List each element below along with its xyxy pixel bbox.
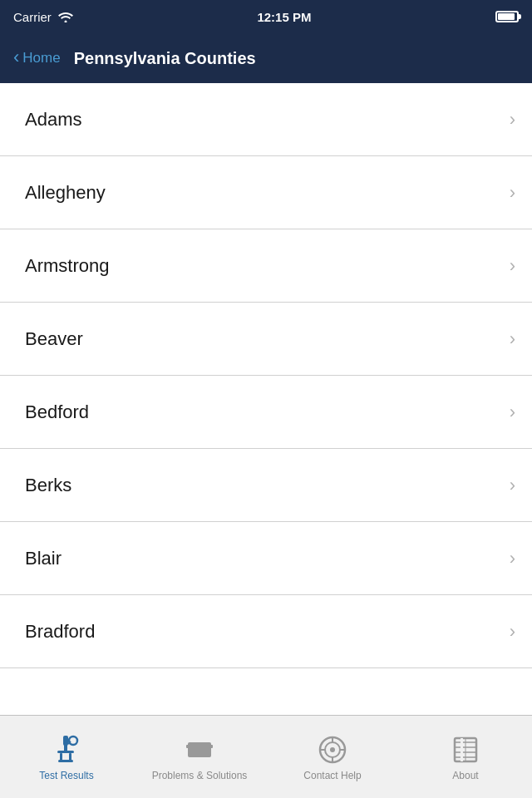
status-battery (495, 11, 519, 22)
status-bar: Carrier 12:15 PM (0, 0, 532, 33)
list-item-chevron-icon: › (510, 182, 515, 204)
list-item[interactable]: Blair › (0, 522, 532, 595)
list-item[interactable]: Berks › (0, 449, 532, 522)
nav-bar: ‹ Home Pennsylvania Counties (0, 33, 532, 83)
tab-contact-help-label: Contact Help (303, 770, 361, 781)
status-time: 12:15 PM (257, 10, 311, 24)
svg-rect-2 (57, 751, 74, 753)
svg-point-6 (69, 736, 77, 745)
list-item-label: Bradford (25, 621, 95, 643)
list-item-label: Bedford (25, 401, 89, 423)
county-list: Adams › Allegheny › Armstrong › Beaver ›… (0, 83, 532, 715)
page-title: Pennsylvania Counties (74, 49, 256, 68)
problems-icon (183, 733, 216, 766)
back-label: Home (22, 50, 60, 66)
wifi-icon (58, 11, 73, 22)
svg-rect-23 (461, 738, 463, 761)
battery-icon (495, 11, 519, 22)
list-item[interactable]: Allegheny › (0, 156, 532, 229)
list-item-label: Armstrong (25, 255, 109, 277)
status-carrier: Carrier (13, 10, 73, 24)
list-item-label: Allegheny (25, 182, 106, 204)
tab-problems-solutions[interactable]: Problems & Solutions (133, 716, 266, 798)
microscope-icon (50, 733, 83, 766)
tab-about-label: About (452, 770, 478, 781)
list-item-label: Beaver (25, 328, 83, 350)
list-item[interactable]: Adams › (0, 83, 532, 156)
list-item-chevron-icon: › (510, 401, 515, 423)
back-button[interactable]: ‹ Home (13, 50, 61, 66)
contact-icon (316, 733, 349, 766)
svg-rect-1 (64, 745, 67, 751)
tab-test-results[interactable]: Test Results (0, 716, 133, 798)
list-item-chevron-icon: › (510, 548, 515, 569)
list-item-label: Blair (25, 548, 62, 569)
list-item-chevron-icon: › (510, 475, 515, 496)
svg-point-13 (330, 747, 335, 752)
tab-contact-help[interactable]: Contact Help (266, 716, 399, 798)
list-item-chevron-icon: › (510, 255, 515, 277)
list-item-chevron-icon: › (510, 109, 515, 131)
list-item[interactable]: Bedford › (0, 376, 532, 449)
tab-test-results-label: Test Results (39, 770, 93, 781)
list-item[interactable]: Beaver › (0, 303, 532, 376)
list-item-chevron-icon: › (510, 328, 515, 350)
svg-rect-0 (63, 736, 68, 746)
list-item-chevron-icon: › (510, 621, 515, 643)
svg-rect-10 (209, 745, 213, 748)
about-icon (449, 733, 482, 766)
svg-rect-5 (58, 760, 73, 762)
list-item[interactable]: Bradford › (0, 595, 532, 668)
tab-about[interactable]: About (399, 716, 532, 798)
svg-rect-9 (186, 745, 190, 748)
carrier-label: Carrier (13, 10, 52, 24)
tab-problems-solutions-label: Problems & Solutions (152, 770, 248, 781)
list-item-label: Adams (25, 109, 81, 131)
list-item-label: Berks (25, 475, 71, 496)
list-item[interactable]: Armstrong › (0, 229, 532, 303)
back-chevron-icon: ‹ (13, 48, 19, 66)
svg-rect-8 (188, 742, 211, 757)
tab-bar: Test Results Problems & Solutions (0, 715, 532, 798)
